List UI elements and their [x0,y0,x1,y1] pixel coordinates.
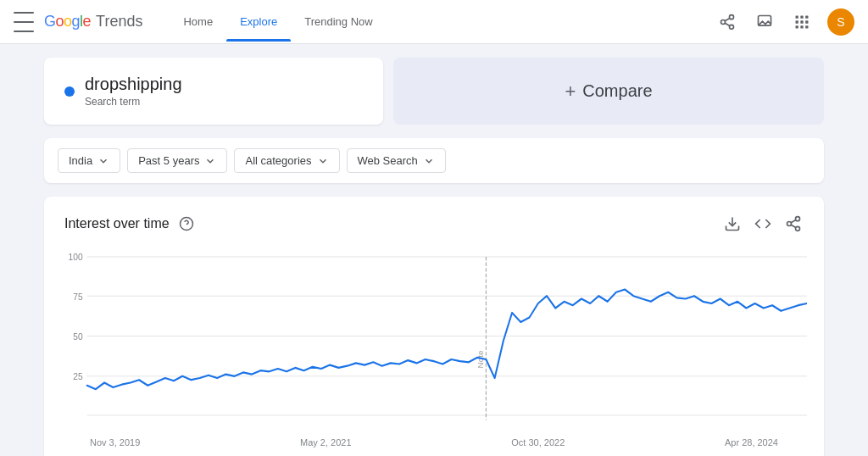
compare-card[interactable]: + Compare [393,58,824,125]
svg-rect-9 [796,20,798,23]
svg-point-1 [721,19,726,24]
x-label-4: Apr 28, 2024 [725,437,778,448]
x-axis-labels: Nov 3, 2019 May 2, 2021 Oct 30, 2022 Apr… [64,437,804,448]
filters-bar: India Past 5 years All categories Web Se… [44,138,824,183]
main-nav: Home Explore Trending Now [170,2,386,42]
embed-icon[interactable] [753,214,773,234]
svg-line-22 [791,220,796,222]
svg-line-3 [725,23,730,25]
chart-title-area: Interest over time [64,214,197,234]
svg-rect-8 [805,15,808,18]
svg-rect-6 [796,15,798,18]
trend-chart: 100 75 50 25 Note [61,247,807,434]
filter-time[interactable]: Past 5 years [127,148,227,173]
svg-text:75: 75 [73,291,82,301]
menu-icon[interactable] [14,12,34,32]
x-label-1: Nov 3, 2019 [90,437,140,448]
svg-text:50: 50 [73,331,82,342]
svg-point-18 [796,217,800,221]
chart-actions [722,214,804,234]
nav-home[interactable]: Home [170,2,226,42]
logo-trends: Trends [96,13,142,31]
apps-icon[interactable] [790,10,814,34]
feedback-icon[interactable] [753,10,776,34]
search-text: dropshipping Search term [85,75,182,108]
svg-point-20 [796,226,800,231]
filter-search-type[interactable]: Web Search [347,148,446,173]
share-chart-icon[interactable] [783,214,804,234]
chart-area: 100 75 50 25 Note [61,247,807,434]
search-sublabel: Search term [85,96,182,108]
svg-point-0 [730,14,734,19]
filter-category[interactable]: All categories [234,148,339,173]
x-label-2: May 2, 2021 [300,437,352,448]
main-content: dropshipping Search term + Compare India… [0,44,868,456]
svg-rect-14 [805,25,808,28]
svg-point-2 [730,25,734,29]
svg-rect-11 [805,20,808,23]
svg-point-19 [787,222,792,226]
help-icon[interactable] [176,214,197,234]
header: Google Trends Home Explore Trending Now [0,0,868,44]
svg-rect-10 [800,20,803,23]
chart-title-text: Interest over time [64,216,170,231]
svg-line-4 [725,18,730,20]
share-icon[interactable] [715,10,739,34]
nav-explore[interactable]: Explore [226,2,291,42]
svg-rect-12 [796,25,798,28]
svg-text:25: 25 [73,371,82,381]
x-label-3: Oct 30, 2022 [511,437,565,448]
header-actions: S [715,8,854,36]
search-compare-row: dropshipping Search term + Compare [44,58,824,125]
nav-trending[interactable]: Trending Now [291,2,386,42]
user-avatar[interactable]: S [827,8,854,36]
chart-card: Interest over time [44,197,824,456]
compare-plus-icon: + [565,81,576,103]
search-term-card: dropshipping Search term [44,58,383,125]
search-dot [64,86,75,97]
download-icon[interactable] [722,214,743,234]
logo: Google Trends [44,13,142,31]
search-term: dropshipping [85,75,182,94]
svg-line-21 [791,225,796,227]
chart-header: Interest over time [64,214,804,234]
svg-rect-7 [800,15,803,18]
compare-label: Compare [582,81,652,101]
svg-rect-13 [800,25,803,28]
filter-region[interactable]: India [58,148,120,173]
svg-text:100: 100 [69,252,83,262]
